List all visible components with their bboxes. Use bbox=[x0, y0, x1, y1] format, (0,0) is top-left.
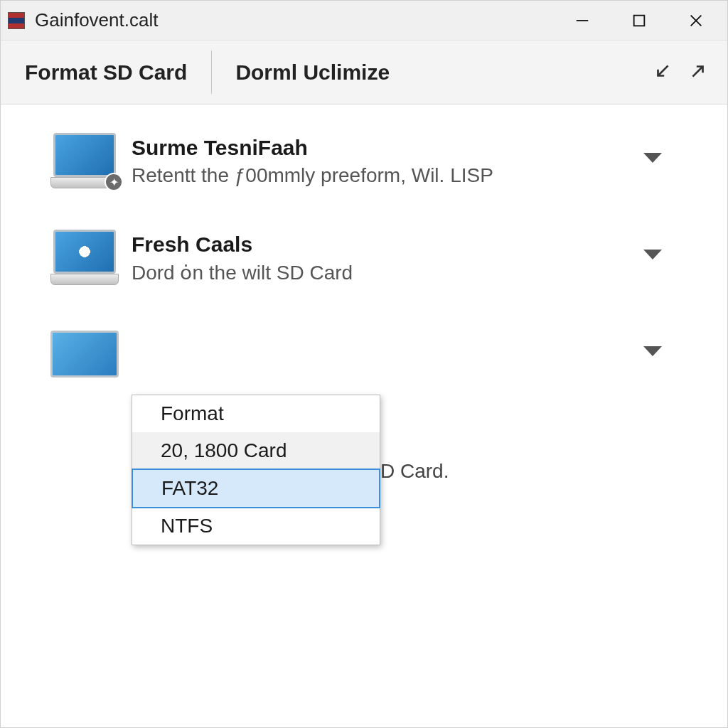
option-label: FAT32 bbox=[161, 477, 218, 499]
svg-marker-7 bbox=[643, 250, 662, 259]
obscured-subtitle-fragment: D Card. bbox=[380, 460, 449, 483]
collapse-button[interactable] bbox=[653, 62, 672, 83]
expand-button[interactable] bbox=[689, 62, 707, 83]
minimize-icon bbox=[574, 13, 590, 28]
laptop-icon: ✦ bbox=[50, 133, 119, 193]
close-button[interactable] bbox=[683, 8, 709, 33]
chevron-down-icon bbox=[642, 245, 663, 262]
content-area: ✦ Surme TesniFaah Retentt the ƒ00mmly pr… bbox=[1, 105, 727, 727]
option-label: NTFS bbox=[161, 515, 213, 537]
svg-line-5 bbox=[692, 66, 702, 76]
badge-star-icon: ✦ bbox=[105, 173, 123, 191]
format-dropdown: Format 20, 1800 Card FAT32 NTFS bbox=[132, 395, 380, 545]
list-item[interactable] bbox=[50, 326, 699, 386]
item-title: Surme TesniFaah bbox=[132, 136, 642, 160]
list-item[interactable]: Fresh Caals Dord ȯn the wilt SD Card bbox=[50, 230, 699, 289]
svg-line-4 bbox=[658, 65, 668, 75]
svg-marker-8 bbox=[643, 346, 662, 356]
option-label: 20, 1800 Card bbox=[161, 439, 287, 461]
window-controls bbox=[569, 8, 723, 33]
dropdown-option-format[interactable]: Format bbox=[132, 395, 380, 432]
expand-arrow[interactable] bbox=[642, 245, 670, 274]
arrow-down-left-icon bbox=[653, 62, 672, 80]
chevron-down-icon bbox=[642, 342, 663, 359]
tab-bar-actions bbox=[653, 41, 727, 104]
close-icon bbox=[688, 13, 704, 28]
expand-arrow[interactable] bbox=[642, 149, 670, 177]
laptop-compass-icon bbox=[50, 230, 119, 289]
tab-format-sd-card[interactable]: Format SD Card bbox=[1, 41, 211, 104]
maximize-button[interactable] bbox=[626, 8, 652, 33]
dropdown-option-ntfs[interactable]: NTFS bbox=[132, 508, 380, 545]
arrow-up-right-icon bbox=[689, 62, 707, 80]
item-subtitle: Dord ȯn the wilt SD Card bbox=[132, 261, 642, 284]
item-subtitle: Retentt the ƒ00mmly preeform, Wil. LISP bbox=[132, 164, 642, 187]
dropdown-option-card[interactable]: 20, 1800 Card bbox=[132, 432, 380, 469]
svg-marker-6 bbox=[643, 153, 662, 163]
monitor-icon bbox=[50, 326, 119, 386]
minimize-button[interactable] bbox=[569, 8, 595, 33]
app-window: Gainfovent.calt Format SD Card Dorml Ucl… bbox=[0, 0, 728, 728]
chevron-down-icon bbox=[642, 149, 663, 166]
tab-bar: Format SD Card Dorml Uclimize bbox=[1, 41, 727, 105]
window-title: Gainfovent.calt bbox=[35, 9, 569, 31]
expand-arrow[interactable] bbox=[642, 342, 670, 370]
tab-dorml-uclimize[interactable]: Dorml Uclimize bbox=[211, 41, 414, 104]
item-title: Fresh Caals bbox=[132, 232, 642, 257]
option-label: Format bbox=[161, 402, 224, 424]
maximize-icon bbox=[631, 13, 647, 28]
dropdown-option-fat32[interactable]: FAT32 bbox=[132, 469, 380, 508]
svg-rect-1 bbox=[634, 15, 645, 26]
app-icon bbox=[8, 12, 25, 29]
title-bar: Gainfovent.calt bbox=[1, 1, 727, 41]
list-item[interactable]: ✦ Surme TesniFaah Retentt the ƒ00mmly pr… bbox=[50, 133, 699, 193]
tab-label: Dorml Uclimize bbox=[235, 60, 390, 85]
tab-label: Format SD Card bbox=[25, 60, 187, 85]
